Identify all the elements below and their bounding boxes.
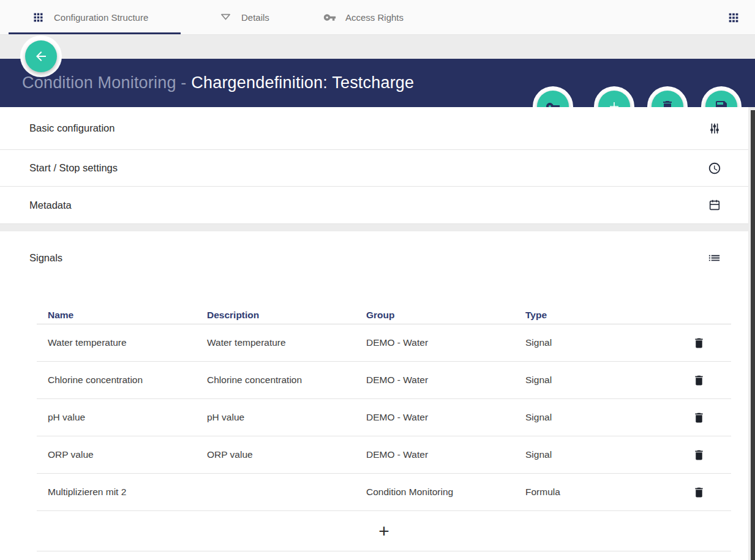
section-start-stop-settings[interactable]: Start / Stop settings <box>0 150 748 187</box>
signals-card: Signals Name Description Group Type Wate… <box>0 231 748 560</box>
tab-access-rights[interactable]: Access Rights <box>323 0 404 35</box>
calendar-icon <box>708 198 721 212</box>
tab-label: Access Rights <box>345 12 404 23</box>
column-header-description: Description <box>207 310 366 321</box>
trash-icon <box>693 486 705 499</box>
row-delete-button[interactable] <box>688 482 709 502</box>
cell-group: DEMO - Water <box>366 375 525 386</box>
table-row[interactable]: Chlorine concentration Chlorine concentr… <box>37 362 731 399</box>
top-tab-bar: Configuration Structure Details Access R… <box>0 0 755 35</box>
column-header-group: Group <box>366 310 525 321</box>
key-icon <box>323 11 336 24</box>
cell-type: Signal <box>525 375 666 386</box>
arrow-left-icon <box>34 49 48 64</box>
add-signal-row: + <box>37 511 731 551</box>
row-delete-button[interactable] <box>688 370 709 390</box>
add-signal-button[interactable]: + <box>378 522 389 540</box>
cell-type: Signal <box>525 412 666 423</box>
signals-header: Signals <box>0 231 748 265</box>
clock-icon <box>708 162 721 175</box>
cell-name: Multiplizieren mit 2 <box>48 487 207 498</box>
cell-name: Chlorine concentration <box>48 375 207 386</box>
trash-icon <box>693 449 705 461</box>
row-delete-button[interactable] <box>688 332 709 353</box>
cell-description: Chlorine concentration <box>207 375 366 386</box>
cell-group: Condition Monitoring <box>366 487 525 498</box>
page-header: Condition Monitoring - Chargendefinition… <box>0 59 755 107</box>
cell-group: DEMO - Water <box>366 337 525 348</box>
cell-description: pH value <box>207 412 366 423</box>
configuration-sections: Basic configuration Start / Stop setting… <box>0 107 748 224</box>
cell-group: DEMO - Water <box>366 412 525 423</box>
page-title: Condition Monitoring - Chargendefinition… <box>22 73 414 92</box>
cell-name: pH value <box>48 412 207 423</box>
sliders-icon <box>708 122 721 135</box>
trash-icon <box>693 337 705 349</box>
page-title-prefix: Condition Monitoring - <box>22 73 191 92</box>
tab-configuration-structure[interactable]: Configuration Structure <box>32 0 148 35</box>
section-label: Basic configuration <box>29 122 115 134</box>
section-label: Start / Stop settings <box>29 162 118 174</box>
row-delete-button[interactable] <box>688 407 709 428</box>
table-row[interactable]: ORP value ORP value DEMO - Water Signal <box>37 436 731 474</box>
section-label: Metadata <box>29 200 72 211</box>
cell-type: Signal <box>525 337 666 348</box>
table-row[interactable]: Multiplizieren mit 2 Condition Monitorin… <box>37 474 731 511</box>
cell-type: Formula <box>525 487 666 498</box>
cell-name: ORP value <box>48 449 207 460</box>
back-button[interactable] <box>25 40 57 72</box>
section-metadata[interactable]: Metadata <box>0 187 748 224</box>
row-delete-button[interactable] <box>688 444 709 465</box>
cell-description: ORP value <box>207 449 366 460</box>
cell-group: DEMO - Water <box>366 449 525 460</box>
list-icon[interactable] <box>707 251 721 265</box>
table-row[interactable]: Water temperature Water temperature DEMO… <box>37 324 731 362</box>
column-header-name: Name <box>48 310 207 321</box>
tab-details[interactable]: Details <box>219 0 269 35</box>
cell-type: Signal <box>525 449 666 460</box>
cell-name: Water temperature <box>48 337 207 348</box>
signals-table: Name Description Group Type Water temper… <box>37 306 731 551</box>
apps-grid-icon[interactable] <box>727 11 740 24</box>
section-basic-configuration[interactable]: Basic configuration <box>0 107 748 150</box>
signals-title: Signals <box>29 252 62 264</box>
trash-icon <box>693 411 705 424</box>
table-header-row: Name Description Group Type <box>37 306 731 324</box>
column-header-type: Type <box>525 310 666 321</box>
active-tab-indicator <box>9 32 181 34</box>
tab-label: Details <box>241 12 269 23</box>
page-title-emphasis: Chargendefinition: Testcharge <box>191 73 414 92</box>
filter-icon <box>219 11 232 24</box>
tab-label: Configuration Structure <box>54 12 148 23</box>
cell-description: Water temperature <box>207 337 366 348</box>
grid-icon <box>32 11 45 24</box>
vertical-scrollbar[interactable] <box>751 110 755 560</box>
table-row[interactable]: pH value pH value DEMO - Water Signal <box>37 399 731 436</box>
trash-icon <box>693 374 705 387</box>
